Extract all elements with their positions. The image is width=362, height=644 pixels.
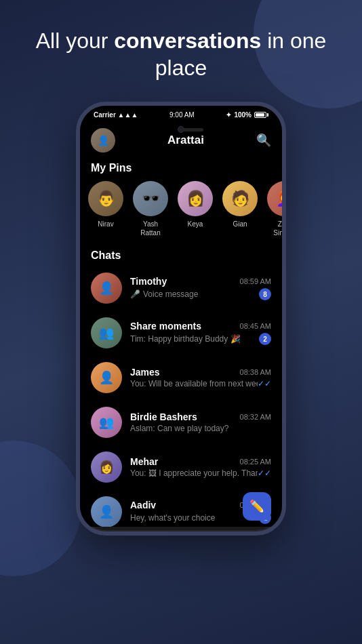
- chat-preview-birdie: Aslam: Can we play today?: [130, 424, 228, 433]
- chat-avatar-birdie: 👥: [91, 407, 122, 438]
- chat-item-moments[interactable]: 👥 Share moments 08:45 AM Tim: Happy birt…: [80, 310, 282, 355]
- chat-badge-timothy: 8: [259, 288, 271, 300]
- chat-preview-mehar: You: 🖼 I appreciate your help. Thanks: [130, 468, 258, 478]
- pin-name-yash: YashRattan: [140, 220, 160, 237]
- phone-speaker: [179, 128, 203, 132]
- chat-item-mehar[interactable]: 👩 Mehar 08:25 AM You: 🖼 I appreciate you…: [80, 445, 282, 489]
- pin-keya[interactable]: 👩 Keya: [178, 181, 213, 237]
- mic-icon: 🎤: [130, 289, 140, 299]
- search-button[interactable]: 🔍: [256, 133, 271, 148]
- chat-item-birdie[interactable]: 👥 Birdie Bashers 08:32 AM Aslam: Can we …: [80, 400, 282, 445]
- chat-info-timothy: Timothy 08:59 AM 🎤 Voice message 8: [130, 276, 271, 300]
- status-bar: Carrier ▲▲▲ 9:00 AM ✦ 100%: [80, 106, 282, 121]
- bg-decoration-bottom: [0, 441, 81, 576]
- chat-item-timothy[interactable]: 👤 Timothy 08:59 AM 🎤 Voice message 8: [80, 266, 282, 310]
- chat-avatar-mehar: 👩: [91, 451, 122, 483]
- battery-icon: [254, 112, 268, 118]
- pin-zara[interactable]: 👩‍🦰 ZaraSinghal: [267, 181, 282, 237]
- pins-section-title: My Pins: [80, 158, 282, 181]
- chat-info-moments: Share moments 08:45 AM Tim: Happy birthd…: [130, 321, 271, 345]
- pin-name-nirav: Nirav: [98, 220, 113, 228]
- chat-item-james[interactable]: 👤 James 08:38 AM You: Will be available …: [80, 355, 282, 400]
- chat-avatar-timothy: 👤: [91, 273, 122, 304]
- chat-list: 👤 Timothy 08:59 AM 🎤 Voice message 8: [80, 266, 282, 527]
- chat-avatar-aadiv: 👤: [91, 496, 122, 527]
- double-check-mehar: ✓✓: [258, 468, 271, 478]
- double-check-james: ✓✓: [258, 379, 271, 388]
- chat-name-aadiv: Aadiv: [130, 500, 156, 510]
- chat-time-birdie: 08:32 AM: [240, 413, 271, 421]
- chat-preview-james: You: Will be available from next week: [130, 379, 258, 388]
- chat-info-mehar: Mehar 08:25 AM You: 🖼 I appreciate your …: [130, 456, 271, 478]
- pin-gian[interactable]: 🧑 Gian: [222, 181, 258, 237]
- chat-time-mehar: 08:25 AM: [240, 458, 271, 466]
- chat-avatar-james: 👤: [91, 362, 122, 393]
- chat-name-mehar: Mehar: [130, 456, 158, 467]
- headline-text-bold: conversations: [114, 28, 261, 53]
- pin-avatar-gian: 🧑: [222, 181, 258, 216]
- bluetooth-icon: ✦: [226, 111, 231, 119]
- compose-fab[interactable]: ✏️: [243, 492, 271, 521]
- chat-info-birdie: Birdie Bashers 08:32 AM Aslam: Can we pl…: [130, 411, 271, 433]
- user-avatar[interactable]: 👤: [91, 128, 115, 153]
- chat-name-james: James: [130, 367, 160, 378]
- screen: 👤 Arattai 🔍 My Pins 👨 Nirav 🕶️ YashRatta…: [80, 121, 282, 527]
- pin-nirav[interactable]: 👨 Nirav: [88, 181, 123, 237]
- pin-name-gian: Gian: [233, 220, 247, 228]
- status-time: 9:00 AM: [169, 111, 195, 119]
- pins-row: 👨 Nirav 🕶️ YashRattan 👩 Keya 🧑 Gian 👩‍🦰 …: [80, 181, 282, 247]
- phone-frame: Carrier ▲▲▲ 9:00 AM ✦ 100% 👤 Arattai 🔍 M…: [76, 102, 286, 536]
- chat-info-james: James 08:38 AM You: Will be available fr…: [130, 367, 271, 388]
- chat-badge-moments: 2: [259, 333, 271, 345]
- chat-preview-moments: Tim: Happy birthday Buddy 🎉: [130, 334, 241, 344]
- headline-text-plain: All your: [36, 28, 115, 53]
- pin-avatar-zara: 👩‍🦰: [267, 181, 282, 216]
- carrier-signal: Carrier ▲▲▲: [94, 111, 138, 119]
- chat-avatar-moments: 👥: [91, 317, 122, 348]
- pin-name-keya: Keya: [188, 220, 203, 228]
- chats-section-title: Chats: [80, 247, 282, 266]
- chat-time-james: 08:38 AM: [240, 368, 271, 376]
- app-title: Arattai: [167, 134, 204, 147]
- status-right: ✦ 100%: [226, 111, 268, 119]
- chat-time-moments: 08:45 AM: [240, 322, 271, 330]
- chat-preview-timothy: 🎤 Voice message: [130, 289, 198, 299]
- chat-preview-aadiv: Hey, what's your choice: [130, 513, 215, 523]
- chat-name-birdie: Birdie Bashers: [130, 411, 197, 422]
- chat-name-timothy: Timothy: [130, 276, 167, 287]
- chat-time-timothy: 08:59 AM: [240, 277, 271, 285]
- pin-avatar-keya: 👩: [178, 181, 213, 216]
- pin-name-zara: ZaraSinghal: [273, 220, 282, 237]
- pin-avatar-nirav: 👨: [88, 181, 123, 216]
- headline: All your conversations in one place: [0, 0, 362, 95]
- chat-name-moments: Share moments: [130, 321, 201, 331]
- pin-avatar-yash: 🕶️: [133, 181, 168, 216]
- pin-yash[interactable]: 🕶️ YashRattan: [133, 181, 168, 237]
